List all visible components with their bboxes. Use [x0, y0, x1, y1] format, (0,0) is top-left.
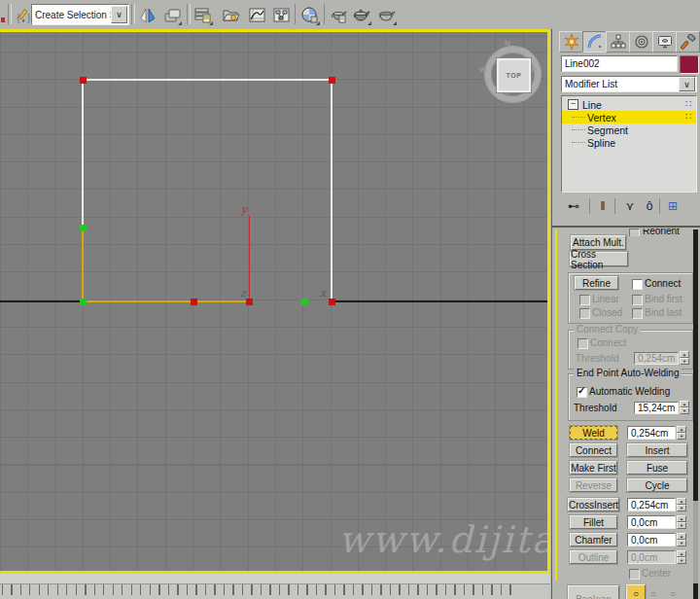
- tab-display[interactable]: [652, 31, 677, 53]
- collapse-icon[interactable]: −: [568, 99, 578, 110]
- crossinsert-value-field[interactable]: 0,254cm: [627, 498, 676, 511]
- world-axis-right[interactable]: [332, 300, 547, 302]
- connect-copy-threshold-field[interactable]: 0,254cm: [634, 352, 679, 365]
- modifier-list-dropdown[interactable]: Modifier List ∨: [561, 76, 697, 92]
- spline-right[interactable]: [331, 80, 332, 301]
- fillet-value-field[interactable]: 0,0cm: [627, 515, 676, 529]
- tab-hierarchy[interactable]: [606, 31, 630, 53]
- selected-segment-vertical[interactable]: [82, 228, 84, 301]
- chevron-down-icon[interactable]: ∨: [679, 77, 695, 91]
- panel-scrollbar-thumb[interactable]: [693, 501, 698, 583]
- world-axis-left[interactable]: [0, 300, 82, 302]
- boolean-intersect-icon[interactable]: ○: [670, 588, 676, 599]
- cross-section-button[interactable]: Cross Section: [570, 252, 628, 266]
- schematic-view-icon[interactable]: [269, 3, 294, 27]
- insert-button[interactable]: Insert: [627, 443, 687, 457]
- stack-item-vertex[interactable]: Vertex ∷: [562, 111, 696, 123]
- top-viewport[interactable]: www.dijitalde N E S W TOP yxz: [0, 29, 550, 574]
- modifier-stack[interactable]: − Line ∷ Vertex ∷ Segment Spline: [561, 95, 697, 193]
- chamfer-button[interactable]: Chamfer: [570, 533, 617, 546]
- connect-copy-checkbox[interactable]: [578, 338, 588, 349]
- spline-vertex[interactable]: [329, 77, 335, 84]
- reverse-button[interactable]: Reverse: [570, 478, 617, 492]
- fuse-button[interactable]: Fuse: [627, 461, 687, 475]
- show-end-result-icon[interactable]: ‖: [593, 196, 612, 216]
- bind-first-checkbox[interactable]: [632, 295, 643, 305]
- object-color-swatch[interactable]: [680, 55, 699, 74]
- weld-spinner[interactable]: ▲ ▼: [677, 426, 686, 440]
- render-setup-icon[interactable]: [327, 3, 351, 27]
- tab-motion[interactable]: [629, 31, 653, 53]
- viewport-canvas[interactable]: www.dijitalde N E S W TOP yxz: [0, 32, 547, 571]
- closed-checkbox[interactable]: [579, 308, 590, 319]
- spinner-down-icon: ▼: [677, 540, 686, 546]
- spline-vertex[interactable]: [80, 77, 87, 84]
- boolean-button[interactable]: Boolean: [568, 585, 619, 599]
- spline-vertex[interactable]: [80, 299, 87, 305]
- chamfer-spinner[interactable]: ▲ ▼: [677, 533, 686, 546]
- tab-utilities[interactable]: [676, 31, 700, 53]
- object-name-field[interactable]: Line002: [561, 55, 678, 72]
- layer-manager-icon[interactable]: [191, 3, 215, 27]
- reorient-checkbox[interactable]: [629, 229, 640, 236]
- weld-threshold-field[interactable]: 15,24cm: [634, 402, 679, 414]
- align-icon[interactable]: [159, 3, 184, 27]
- chevron-down-icon[interactable]: ∨: [111, 6, 127, 23]
- selected-segment-bottom[interactable]: [83, 300, 249, 302]
- outline-button[interactable]: Outline: [570, 550, 617, 564]
- make-unique-icon[interactable]: ⋎: [620, 196, 640, 216]
- axis-label-x: x: [320, 289, 326, 299]
- viewcube-top-face[interactable]: TOP: [497, 58, 531, 92]
- configure-modifier-sets-icon[interactable]: ⊞: [663, 196, 682, 216]
- outline-spinner[interactable]: ▲ ▼: [677, 550, 686, 564]
- center-checkbox[interactable]: [629, 569, 640, 580]
- tab-create[interactable]: [559, 31, 583, 53]
- spline-left-upper[interactable]: [82, 80, 84, 228]
- boolean-union-icon[interactable]: ○: [626, 584, 646, 599]
- threshold-spinner[interactable]: ▲ ▼: [680, 351, 689, 365]
- spline-top[interactable]: [83, 79, 332, 81]
- spline-vertex[interactable]: [329, 299, 335, 305]
- cycle-button[interactable]: Cycle: [627, 478, 687, 492]
- threshold-spinner[interactable]: ▲ ▼: [680, 401, 689, 414]
- spline-vertex[interactable]: [80, 225, 87, 231]
- mirror-icon[interactable]: [135, 3, 159, 27]
- render-production-icon[interactable]: [374, 3, 399, 27]
- tripod-y-axis[interactable]: [249, 216, 250, 301]
- stack-item-line[interactable]: − Line ∷: [562, 98, 696, 111]
- viewport-bottom-strip: [0, 574, 550, 584]
- tree-line: [572, 142, 585, 144]
- crossinsert-spinner[interactable]: ▲ ▼: [677, 498, 686, 511]
- fillet-spinner[interactable]: ▲ ▼: [677, 515, 686, 529]
- tab-modify[interactable]: [582, 31, 607, 53]
- automatic-welding-checkbox[interactable]: ✓: [577, 387, 587, 398]
- panel-scrollbar[interactable]: [693, 229, 698, 599]
- crossinsert-button[interactable]: CrossInsert: [568, 498, 619, 511]
- curve-editor-icon[interactable]: [245, 3, 269, 27]
- stack-item-spline[interactable]: Spline: [562, 136, 696, 149]
- boolean-subtract-icon[interactable]: ○: [650, 588, 656, 599]
- bind-last-checkbox[interactable]: [632, 308, 643, 319]
- chamfer-value-field[interactable]: 0,0cm: [627, 533, 676, 546]
- track-bar[interactable]: [0, 584, 550, 599]
- make-first-button[interactable]: Make First: [570, 461, 617, 475]
- viewcube[interactable]: N E S W TOP: [485, 47, 541, 102]
- scene-explorer-icon[interactable]: [219, 3, 243, 27]
- spline-vertex[interactable]: [246, 299, 253, 305]
- weld-value-field[interactable]: 0,254cm: [627, 426, 676, 440]
- outline-value-field[interactable]: 0,0cm: [627, 550, 676, 564]
- stack-item-segment[interactable]: Segment: [562, 123, 696, 136]
- spline-vertex[interactable]: [301, 299, 308, 305]
- connect-button[interactable]: Connect: [570, 443, 617, 457]
- rendered-frame-window-icon[interactable]: [349, 3, 373, 27]
- fillet-button[interactable]: Fillet: [570, 515, 617, 529]
- linear-checkbox[interactable]: [579, 295, 590, 305]
- pin-stack-icon[interactable]: ⊷: [564, 196, 583, 216]
- weld-button[interactable]: Weld: [570, 426, 617, 440]
- spline-vertex[interactable]: [191, 299, 197, 305]
- material-editor-icon[interactable]: [298, 3, 322, 27]
- refine-button[interactable]: Refine: [575, 276, 618, 290]
- selection-set-dropdown[interactable]: Create Selection Se ∨: [31, 4, 129, 25]
- connect-checkbox[interactable]: [632, 279, 643, 290]
- remove-modifier-icon[interactable]: ô: [640, 196, 659, 216]
